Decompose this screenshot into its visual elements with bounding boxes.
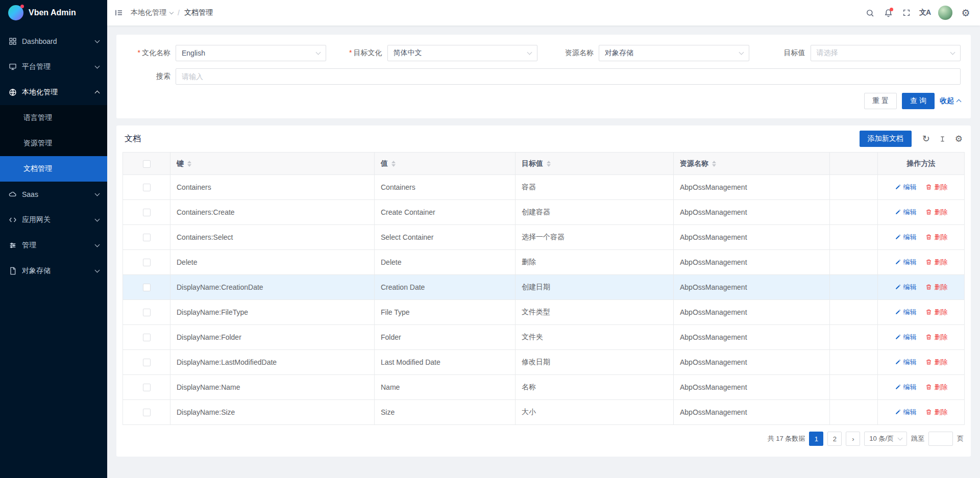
row-checkbox-cell: [123, 350, 170, 375]
saas-icon: [8, 190, 17, 199]
row-checkbox[interactable]: [143, 359, 151, 366]
chevron-down-icon: [95, 191, 100, 196]
sidebar-item-document-management[interactable]: 文档管理: [0, 156, 107, 182]
resource-select[interactable]: 对象存储: [599, 45, 749, 61]
page-content: 文化名称 English 目标文化 简体中文: [107, 26, 980, 478]
search-icon[interactable]: [861, 0, 879, 26]
cell-spacer: [830, 175, 878, 200]
notification-bell-icon[interactable]: [879, 0, 897, 26]
sidebar-item-language-management[interactable]: 语言管理: [0, 105, 107, 131]
row-checkbox[interactable]: [143, 409, 151, 416]
sidebar-fold-icon[interactable]: [107, 0, 131, 26]
breadcrumb-parent[interactable]: 本地化管理: [131, 8, 173, 17]
column-header-value[interactable]: 值: [375, 153, 516, 175]
column-header-spacer: [830, 153, 878, 175]
trash-icon: [925, 334, 932, 340]
edit-button[interactable]: 编辑: [895, 233, 917, 242]
edit-button[interactable]: 编辑: [895, 358, 917, 367]
pencil-icon: [895, 234, 901, 240]
sidebar-item-object-storage[interactable]: 对象存储: [0, 258, 107, 284]
search-input[interactable]: [176, 68, 961, 85]
management-icon: [8, 241, 17, 250]
row-height-icon[interactable]: [939, 135, 946, 143]
row-checkbox[interactable]: [143, 309, 151, 316]
culture-select[interactable]: English: [176, 45, 326, 61]
sidebar-item-localization[interactable]: 本地化管理: [0, 80, 107, 105]
sidebar-item-saas[interactable]: Saas: [0, 182, 107, 207]
translate-icon[interactable]: 文A: [916, 0, 934, 26]
sidebar-item-gateway[interactable]: 应用网关: [0, 207, 107, 233]
chevron-down-icon: [95, 268, 100, 273]
delete-button[interactable]: 删除: [925, 408, 947, 417]
refresh-icon[interactable]: ↻: [922, 134, 930, 143]
cell-value: Folder: [375, 325, 516, 350]
edit-button[interactable]: 编辑: [895, 333, 917, 342]
gateway-icon: [8, 216, 17, 224]
row-checkbox[interactable]: [143, 284, 151, 291]
table-toolbar: 文档 添加新文档 ↻ ⚙: [122, 125, 965, 152]
sidebar-item-dashboard[interactable]: Dashboard: [0, 29, 107, 54]
delete-button[interactable]: 删除: [925, 283, 947, 292]
delete-button[interactable]: 删除: [925, 233, 947, 242]
page-size-select[interactable]: 10 条/页: [864, 432, 907, 446]
column-header-resource[interactable]: 资源名称: [674, 153, 830, 175]
column-settings-gear-icon[interactable]: ⚙: [955, 135, 963, 143]
cell-target: 名称: [516, 375, 674, 400]
target-culture-select[interactable]: 简体中文: [387, 45, 538, 61]
column-header-target[interactable]: 目标值: [516, 153, 674, 175]
add-document-button[interactable]: 添加新文档: [860, 131, 912, 147]
trash-icon: [925, 284, 932, 290]
edit-button[interactable]: 编辑: [895, 308, 917, 317]
logo[interactable]: Vben Admin: [0, 0, 107, 26]
delete-button[interactable]: 删除: [925, 258, 947, 267]
collapse-toggle[interactable]: 收起: [940, 96, 961, 106]
cell-target: 容器: [516, 175, 674, 200]
settings-gear-icon[interactable]: ⚙: [957, 0, 975, 26]
chevron-down-icon: [315, 50, 321, 55]
row-checkbox[interactable]: [143, 259, 151, 266]
pencil-icon: [895, 259, 901, 265]
select-all-checkbox[interactable]: [143, 160, 151, 168]
sidebar-item-management[interactable]: 管理: [0, 233, 107, 258]
delete-button[interactable]: 删除: [925, 333, 947, 342]
row-checkbox[interactable]: [143, 209, 151, 216]
delete-button[interactable]: 删除: [925, 183, 947, 192]
edit-button[interactable]: 编辑: [895, 283, 917, 292]
table-body: Containers Containers 容器 AbpOssManagemen…: [123, 175, 965, 425]
edit-button[interactable]: 编辑: [895, 258, 917, 267]
next-page-button[interactable]: ›: [846, 432, 860, 446]
chevron-down-icon: [898, 436, 903, 441]
row-checkbox[interactable]: [143, 184, 151, 191]
cell-spacer: [830, 300, 878, 325]
edit-button[interactable]: 编辑: [895, 208, 917, 217]
query-button[interactable]: 查 询: [902, 93, 935, 109]
sidebar-item-resource-management[interactable]: 资源管理: [0, 131, 107, 156]
cell-target: 文件类型: [516, 300, 674, 325]
avatar[interactable]: [938, 6, 952, 20]
target-value-select[interactable]: 请选择: [811, 45, 961, 61]
row-checkbox[interactable]: [143, 334, 151, 341]
edit-button[interactable]: 编辑: [895, 383, 917, 392]
edit-button[interactable]: 编辑: [895, 183, 917, 192]
sort-icons: [391, 161, 396, 167]
cell-key: Containers:Select: [170, 225, 375, 250]
delete-button[interactable]: 删除: [925, 308, 947, 317]
reset-button[interactable]: 重 置: [864, 93, 897, 109]
row-checkbox[interactable]: [143, 234, 151, 241]
row-checkbox[interactable]: [143, 384, 151, 391]
sidebar-item-platform[interactable]: 平台管理: [0, 54, 107, 80]
table-row: DisplayName:Folder Folder 文件夹 AbpOssMana…: [123, 325, 965, 350]
delete-button[interactable]: 删除: [925, 208, 947, 217]
delete-button[interactable]: 删除: [925, 383, 947, 392]
page-button-1[interactable]: 1: [809, 432, 823, 446]
chevron-down-icon: [739, 50, 744, 55]
fullscreen-icon[interactable]: [897, 0, 916, 26]
delete-button[interactable]: 删除: [925, 358, 947, 367]
filter-actions: 重 置 查 询 收起: [127, 93, 961, 109]
page-button-2[interactable]: 2: [827, 432, 842, 446]
cell-actions: 编辑 删除: [878, 350, 965, 375]
edit-button[interactable]: 编辑: [895, 408, 917, 417]
cell-value: Containers: [375, 175, 516, 200]
column-header-key[interactable]: 键: [170, 153, 375, 175]
jump-page-input[interactable]: [928, 432, 953, 446]
